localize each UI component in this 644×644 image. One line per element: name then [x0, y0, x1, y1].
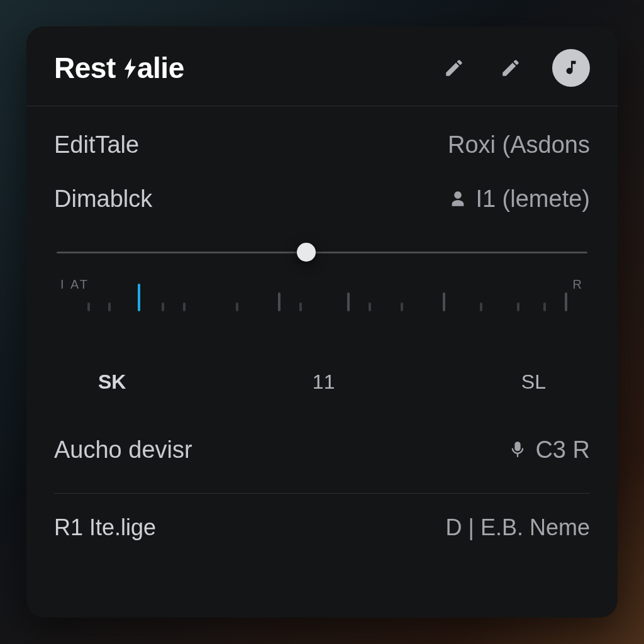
- scale-ruler[interactable]: I AT R: [57, 281, 587, 331]
- edit-icon-2[interactable]: [496, 53, 526, 83]
- ruler-tick: [278, 292, 280, 311]
- ruler-tick: [517, 303, 519, 311]
- music-icon[interactable]: [552, 49, 590, 87]
- row-edit-tale[interactable]: EditTale Roxi (Asdons: [54, 118, 590, 172]
- panel-body: EditTale Roxi (Asdons Dimablck I1 (lemet…: [26, 106, 618, 618]
- row-label: EditTale: [54, 131, 139, 158]
- title-part-b: alie: [137, 52, 184, 84]
- ruler-tick: [401, 303, 403, 311]
- row-label: R1 Ite.lige: [54, 514, 156, 541]
- position-slider[interactable]: [57, 240, 587, 265]
- ruler-tick: [183, 303, 186, 311]
- ruler-tick: [87, 303, 90, 311]
- ruler-tick: [138, 284, 140, 311]
- media-panel: Rest alie EditTale Roxi (Asdons Dimablck: [26, 26, 618, 618]
- ruler-label-2: SL: [521, 370, 546, 394]
- mic-icon: [509, 441, 526, 458]
- ruler-tick: [369, 303, 371, 311]
- ruler-label-1: 11: [313, 370, 335, 394]
- ruler-tick: [299, 303, 302, 311]
- header-actions: [439, 49, 590, 87]
- bolt-icon: [123, 52, 137, 86]
- person-icon: [449, 190, 467, 208]
- row-footer[interactable]: R1 Ite.lige D | E.B. Neme: [54, 494, 590, 562]
- panel-title: Rest alie: [54, 51, 439, 85]
- panel-header: Rest alie: [26, 26, 618, 106]
- row-value-text: I1 (lemete): [475, 186, 590, 213]
- row-label: Dimablck: [54, 186, 152, 213]
- row-value: D | E.B. Neme: [446, 514, 590, 541]
- row-label: Aucho devisr: [54, 436, 192, 464]
- ruler-tick: [347, 292, 350, 311]
- ruler-tick: [543, 303, 546, 311]
- edit-icon[interactable]: [439, 53, 469, 83]
- ruler-tick: [162, 303, 164, 311]
- slider-thumb[interactable]: [297, 243, 316, 262]
- ruler-tick: [565, 292, 567, 311]
- ruler-label-0: SK: [98, 370, 126, 394]
- ruler-ticks: [57, 284, 587, 315]
- ruler-tick: [236, 303, 238, 311]
- ruler-tick: [108, 303, 111, 311]
- ruler-tick: [480, 303, 482, 311]
- title-part-a: Rest: [54, 52, 123, 84]
- slider-track: [57, 252, 587, 253]
- row-dimablck[interactable]: Dimablck I1 (lemete): [54, 172, 590, 226]
- ruler-tick: [443, 292, 445, 311]
- row-audio-device[interactable]: Aucho devisr C3 R: [54, 423, 590, 477]
- row-value-text: C3 R: [535, 436, 590, 464]
- row-value: I1 (lemete): [449, 186, 590, 213]
- ruler-labels: SK 11 SL: [54, 331, 590, 394]
- row-value: C3 R: [509, 436, 590, 464]
- row-value: Roxi (Asdons: [448, 131, 590, 158]
